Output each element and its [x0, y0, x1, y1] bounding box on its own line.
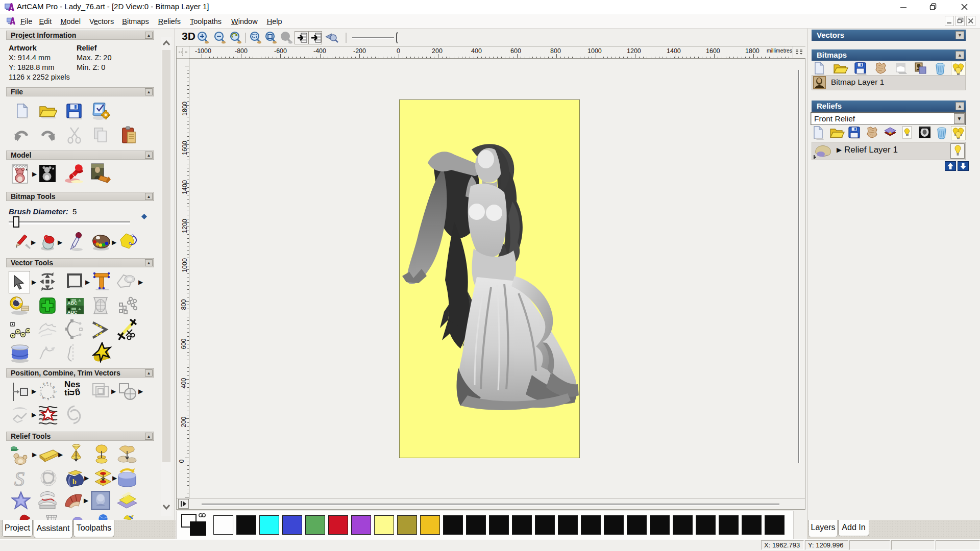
svg-text:S: S	[14, 468, 24, 489]
svg-text:b: b	[72, 478, 77, 486]
svg-text:t: t	[50, 382, 52, 385]
svg-text:ABC: ABC	[67, 300, 78, 306]
svg-text:e: e	[42, 382, 45, 385]
svg-text:n: n	[54, 390, 57, 392]
svg-text:u: u	[42, 396, 45, 400]
svg-text:t: t	[39, 386, 42, 389]
svg-text:r: r	[39, 394, 42, 396]
svg-text:c: c	[47, 398, 50, 401]
svg-text:ABC: ABC	[67, 310, 78, 315]
svg-text:x: x	[46, 382, 48, 384]
